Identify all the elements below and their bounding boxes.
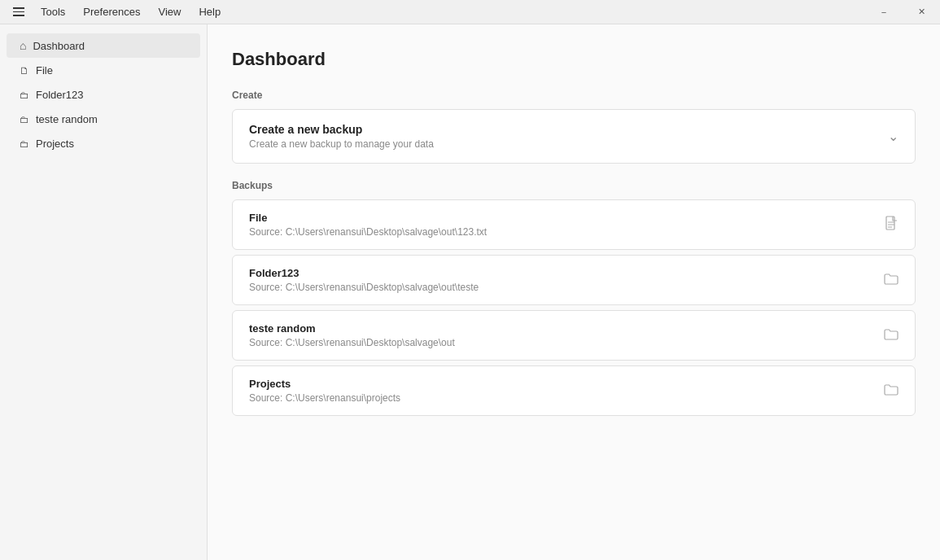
sidebar-item-label-dashboard: Dashboard [33,40,85,52]
folder-icon-2: 🗀 [20,114,29,125]
titlebar: Tools Preferences View Help − ✕ [0,0,940,24]
create-section-label: Create [232,90,916,101]
sidebar-item-label-file: File [36,64,53,77]
titlebar-left: Tools Preferences View Help [0,2,229,21]
backup-card-folder123[interactable]: Folder123 Source: C:\Users\renansui\Desk… [232,255,916,305]
create-card-inner[interactable]: Create a new backup Create a new backup … [233,110,915,163]
create-card[interactable]: Create a new backup Create a new backup … [232,109,916,164]
chevron-down-icon: ⌄ [888,129,898,144]
create-card-title: Create a new backup [249,123,434,136]
close-button[interactable]: ✕ [903,0,940,24]
sidebar-item-label-projects: Projects [36,138,74,150]
backup-card-teste-random-inner: teste random Source: C:\Users\renansui\D… [233,311,915,360]
backup-card-teste-random-info: teste random Source: C:\Users\renansui\D… [249,322,455,348]
backup-file-name: File [249,212,487,224]
backup-card-folder123-info: Folder123 Source: C:\Users\renansui\Desk… [249,267,479,293]
menu-tools[interactable]: Tools [33,2,73,21]
backup-folder123-name: Folder123 [249,267,479,279]
backup-card-file[interactable]: File Source: C:\Users\renansui\Desktop\s… [232,199,916,250]
backup-projects-icon [884,383,898,399]
backup-card-projects-inner: Projects Source: C:\Users\renansui\proje… [233,366,915,415]
menu-view[interactable]: View [150,2,189,21]
sidebar-item-label-folder123: Folder123 [36,89,84,101]
file-icon: 🗋 [20,65,29,77]
menu-preferences[interactable]: Preferences [75,2,148,21]
sidebar-item-folder123[interactable]: 🗀 Folder123 [7,83,200,107]
sidebar-item-file[interactable]: 🗋 File [7,59,200,82]
backups-section-label: Backups [232,180,916,191]
sidebar-item-projects[interactable]: 🗀 Projects [7,132,200,155]
sidebar-item-label-teste-random: teste random [36,113,98,125]
backup-projects-source: Source: C:\Users\renansui\projects [249,392,400,404]
sidebar-item-teste-random[interactable]: 🗀 teste random [7,107,200,131]
backup-folder123-icon [884,273,898,288]
backup-teste-random-icon [884,328,898,343]
backup-card-folder123-inner: Folder123 Source: C:\Users\renansui\Desk… [233,256,915,304]
main-content: Dashboard Create Create a new backup Cre… [208,24,940,560]
backup-card-teste-random[interactable]: teste random Source: C:\Users\renansui\D… [232,310,916,361]
page-title: Dashboard [232,49,916,70]
backup-teste-random-name: teste random [249,322,455,335]
backup-card-projects-info: Projects Source: C:\Users\renansui\proje… [249,378,400,404]
backup-card-projects[interactable]: Projects Source: C:\Users\renansui\proje… [232,365,916,416]
backup-card-file-info: File Source: C:\Users\renansui\Desktop\s… [249,212,487,238]
app-body: ⌂ Dashboard 🗋 File 🗀 Folder123 🗀 teste r… [0,24,940,560]
sidebar: ⌂ Dashboard 🗋 File 🗀 Folder123 🗀 teste r… [0,24,208,560]
backup-file-source: Source: C:\Users\renansui\Desktop\salvag… [249,226,487,238]
folder-icon-3: 🗀 [20,138,29,150]
hamburger-menu-icon[interactable] [7,4,31,20]
sidebar-item-dashboard[interactable]: ⌂ Dashboard [7,33,200,58]
backup-teste-random-source: Source: C:\Users\renansui\Desktop\salvag… [249,337,455,348]
backup-folder123-source: Source: C:\Users\renansui\Desktop\salvag… [249,282,479,293]
create-card-subtitle: Create a new backup to manage your data [249,138,434,150]
backup-card-file-inner: File Source: C:\Users\renansui\Desktop\s… [233,200,915,249]
backup-file-icon [885,216,898,234]
titlebar-right: − ✕ [865,0,940,24]
minimize-button[interactable]: − [865,0,903,24]
menu-help[interactable]: Help [190,2,229,21]
folder-icon-1: 🗀 [20,90,29,101]
backup-projects-name: Projects [249,378,400,390]
home-icon: ⌂ [20,39,26,52]
create-card-text: Create a new backup Create a new backup … [249,123,434,150]
